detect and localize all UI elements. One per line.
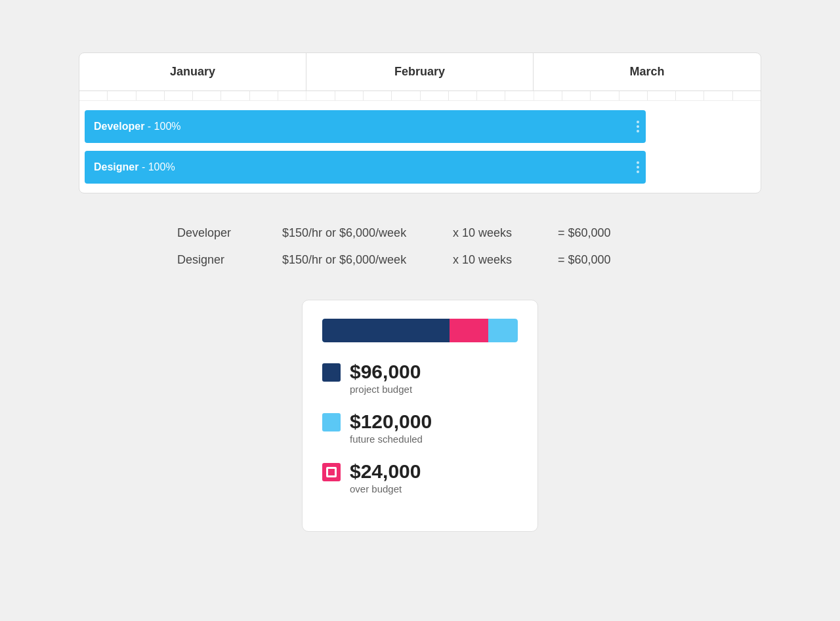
over-budget-inner-icon xyxy=(326,467,337,477)
cost-rate-designer: $150/hr or $6,000/week xyxy=(282,253,453,267)
designer-bar[interactable]: Designer - 100% xyxy=(85,151,646,184)
cost-row-designer: Designer $150/hr or $6,000/week x 10 wee… xyxy=(79,247,761,273)
budget-amount-future: $120,000 xyxy=(350,411,432,432)
month-march: March xyxy=(534,53,761,90)
gantt-body: Developer - 100% Designer - 100% xyxy=(79,101,761,193)
designer-bar-text: Designer - 100% xyxy=(94,161,175,173)
gantt-row-designer[interactable]: Designer - 100% xyxy=(79,147,761,188)
month-february: February xyxy=(306,53,534,90)
budget-icon-over xyxy=(322,463,341,481)
budget-label-project: project budget xyxy=(350,384,421,395)
cost-rate-developer: $150/hr or $6,000/week xyxy=(282,226,453,240)
developer-bar[interactable]: Developer - 100% xyxy=(85,110,646,143)
budget-item-future: $120,000 future scheduled xyxy=(322,411,518,445)
budget-amount-project: $96,000 xyxy=(350,361,421,382)
cost-weeks-designer: x 10 weeks xyxy=(453,253,558,267)
budget-info-over: $24,000 over budget xyxy=(350,460,421,494)
cost-total-designer: = $60,000 xyxy=(558,253,611,267)
budget-bar xyxy=(322,319,518,342)
budget-item-project: $96,000 project budget xyxy=(322,361,518,395)
designer-bar-dots xyxy=(637,161,639,173)
cost-section: Developer $150/hr or $6,000/week x 10 we… xyxy=(79,220,761,273)
developer-bar-dots xyxy=(637,121,639,132)
developer-bar-text: Developer - 100% xyxy=(94,121,181,132)
cost-total-developer: = $60,000 xyxy=(558,226,611,240)
budget-icon-future xyxy=(322,413,341,431)
budget-icon-project xyxy=(322,363,341,382)
budget-info-project: $96,000 project budget xyxy=(350,361,421,395)
cost-row-developer: Developer $150/hr or $6,000/week x 10 we… xyxy=(79,220,761,247)
cost-role-designer: Designer xyxy=(177,253,282,267)
budget-amount-over: $24,000 xyxy=(350,460,421,482)
cost-role-developer: Developer xyxy=(177,226,282,240)
budget-card: $96,000 project budget $120,000 future s… xyxy=(302,300,538,532)
budget-label-over: over budget xyxy=(350,483,421,494)
budget-info-future: $120,000 future scheduled xyxy=(350,411,432,445)
gantt-header: January February March xyxy=(79,53,761,91)
gantt-row-developer[interactable]: Developer - 100% xyxy=(79,106,761,147)
budget-bar-used xyxy=(322,319,450,342)
gantt-ticks xyxy=(79,91,761,101)
budget-item-over: $24,000 over budget xyxy=(322,460,518,494)
cost-weeks-developer: x 10 weeks xyxy=(453,226,558,240)
month-january: January xyxy=(79,53,306,90)
budget-label-future: future scheduled xyxy=(350,433,432,445)
budget-bar-over xyxy=(450,319,489,342)
gantt-chart: January February March Developer - 100% xyxy=(79,52,761,193)
